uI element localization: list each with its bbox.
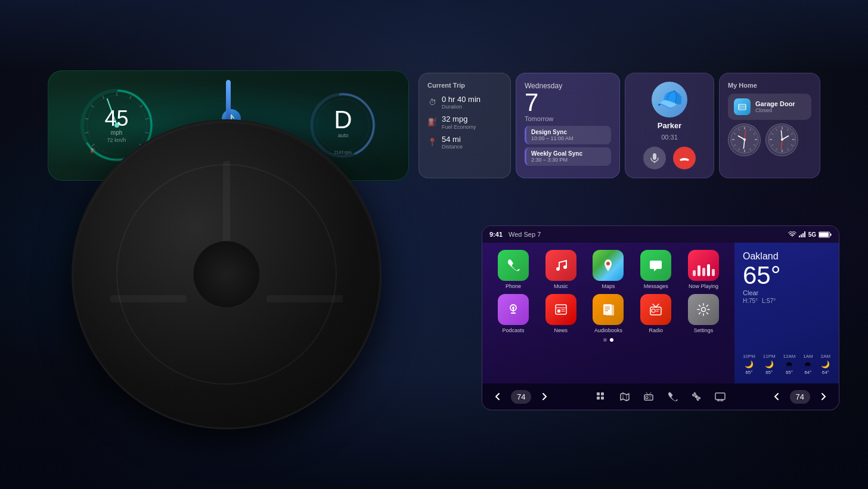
carplay-screen: 9:41 Wed Sep 7 5G — [482, 225, 839, 410]
settings-icon — [688, 294, 719, 325]
svg-rect-76 — [606, 305, 614, 315]
bottom-nav-center — [590, 386, 731, 407]
event-time-0: 10:00 – 11:00 AM — [531, 135, 606, 141]
wheel-center-hub — [193, 240, 260, 308]
trip-fuel-info: 32 mpg Fuel Economy — [442, 114, 476, 130]
clock-icon: ⏱ — [427, 98, 437, 107]
event-item-0[interactable]: Design Sync 10:00 – 11:00 AM — [525, 126, 611, 144]
end-call-button[interactable] — [673, 147, 696, 169]
hour-item-1: 11PM 🌙 65° — [763, 354, 776, 375]
network-type: 5G — [808, 231, 816, 238]
temp-badge-left[interactable]: 74 — [511, 390, 531, 404]
garage-door-item[interactable]: Garage Door Closed — [728, 94, 811, 120]
wheel-spoke-left — [110, 295, 187, 302]
audiobooks-icon — [593, 294, 624, 325]
home-card: My Home Garage Door Closed — [719, 73, 820, 178]
prev-right-button[interactable] — [766, 386, 788, 407]
fuel-value: 32 mpg — [442, 114, 476, 124]
fan-button[interactable] — [686, 386, 707, 407]
hour-item-3: 1AM 🌧 64° — [803, 354, 813, 375]
analog-clock-1 — [728, 123, 761, 156]
analog-clock-2 — [765, 123, 798, 156]
app-maps[interactable]: Maps — [587, 250, 630, 289]
app-settings[interactable]: Settings — [682, 294, 725, 333]
screen-button[interactable] — [709, 386, 731, 407]
svg-point-67 — [563, 265, 567, 269]
calendar-card: Wednesday 7 Tomorrow Design Sync 10:00 –… — [516, 73, 620, 178]
info-panels: Current Trip ⏱ 0 hr 40 min Duration ⛽ 32… — [418, 73, 820, 178]
bottom-nav-right: 74 — [766, 386, 834, 407]
app-news[interactable]: News — [540, 294, 582, 333]
weather-low: L:57° — [762, 298, 776, 304]
garage-door-name: Garage Door — [755, 100, 795, 107]
status-bar-icons: 5G — [788, 231, 832, 238]
app-audiobooks[interactable]: Audiobooks — [587, 294, 630, 333]
temp-badge-right[interactable]: 74 — [790, 390, 810, 404]
fuel-icon: ⛽ — [427, 117, 437, 126]
home-grid-button[interactable] — [590, 386, 612, 407]
distance-value: 54 mi — [442, 135, 463, 144]
svg-rect-87 — [597, 392, 600, 395]
svg-rect-60 — [801, 234, 802, 237]
page-dot-1 — [603, 338, 607, 342]
call-actions — [643, 147, 696, 169]
carplay-bottom-bar: 74 — [482, 383, 839, 410]
svg-rect-62 — [804, 231, 805, 237]
app-nowplaying[interactable]: Now Playing — [682, 250, 725, 289]
svg-rect-80 — [650, 307, 661, 315]
podcasts-icon — [498, 294, 529, 325]
wheel-outer-ring — [72, 119, 382, 429]
trip-duration-row: ⏱ 0 hr 40 min Duration — [427, 95, 502, 110]
phone-nav-button[interactable] — [662, 386, 683, 407]
event-title-0: Design Sync — [531, 129, 606, 135]
radio-nav-button[interactable] — [638, 386, 659, 407]
calendar-tomorrow: Tomorrow — [525, 115, 611, 122]
current-trip-card: Current Trip ⏱ 0 hr 40 min Duration ⛽ 32… — [418, 73, 511, 178]
weather-hl: H:75° L:57° — [743, 298, 830, 304]
status-date: Wed Sep 7 — [509, 231, 541, 238]
maps-nav-button[interactable] — [614, 386, 636, 407]
duration-label: Duration — [442, 104, 480, 110]
svg-point-99 — [695, 395, 698, 398]
svg-rect-88 — [601, 392, 604, 395]
app-messages[interactable]: Messages — [634, 250, 677, 289]
app-grid-row2: Podcasts News — [492, 294, 725, 333]
prev-button[interactable] — [487, 386, 509, 407]
app-phone[interactable]: Phone — [492, 250, 535, 289]
app-radio[interactable]: Radio — [634, 294, 677, 333]
messages-icon — [640, 250, 671, 281]
svg-rect-100 — [715, 393, 725, 400]
fuel-label: Fuel Economy — [442, 124, 476, 130]
music-label: Music — [554, 283, 568, 289]
trip-duration-info: 0 hr 40 min Duration — [442, 95, 480, 110]
distance-icon: 📍 — [427, 138, 437, 147]
svg-rect-65 — [830, 233, 832, 236]
podcasts-label: Podcasts — [502, 327, 524, 333]
home-card-title: My Home — [728, 82, 811, 89]
svg-rect-61 — [802, 233, 804, 237]
battery-icon — [819, 231, 832, 238]
app-music[interactable]: Music — [540, 250, 582, 289]
trip-distance-row: 📍 54 mi Distance — [427, 135, 502, 150]
call-duration: 00:31 — [661, 134, 678, 141]
bottom-nav-left: 74 — [487, 386, 555, 407]
page-dot-2 — [610, 338, 613, 342]
svg-point-81 — [652, 309, 655, 312]
next-right-button[interactable] — [813, 386, 834, 407]
event-item-1[interactable]: Weekly Goal Sync 2:30 – 3:30 PM — [525, 147, 611, 166]
garage-door-info: Garage Door Closed — [755, 100, 795, 113]
weather-condition: Clear — [743, 289, 830, 296]
trip-distance-info: 54 mi Distance — [442, 135, 463, 150]
next-button[interactable] — [534, 386, 555, 407]
app-podcasts[interactable]: Podcasts — [492, 294, 535, 333]
svg-point-94 — [646, 397, 648, 399]
mute-button[interactable] — [643, 147, 666, 169]
svg-rect-22 — [739, 104, 746, 110]
phone-icon — [498, 250, 529, 281]
page-dots — [492, 338, 725, 342]
svg-line-6 — [91, 105, 94, 107]
svg-point-70 — [512, 307, 514, 309]
facetime-card: 🧢 Parker 00:31 — [625, 73, 714, 178]
trip-card-title: Current Trip — [427, 82, 502, 89]
nowplaying-label: Now Playing — [689, 283, 718, 289]
